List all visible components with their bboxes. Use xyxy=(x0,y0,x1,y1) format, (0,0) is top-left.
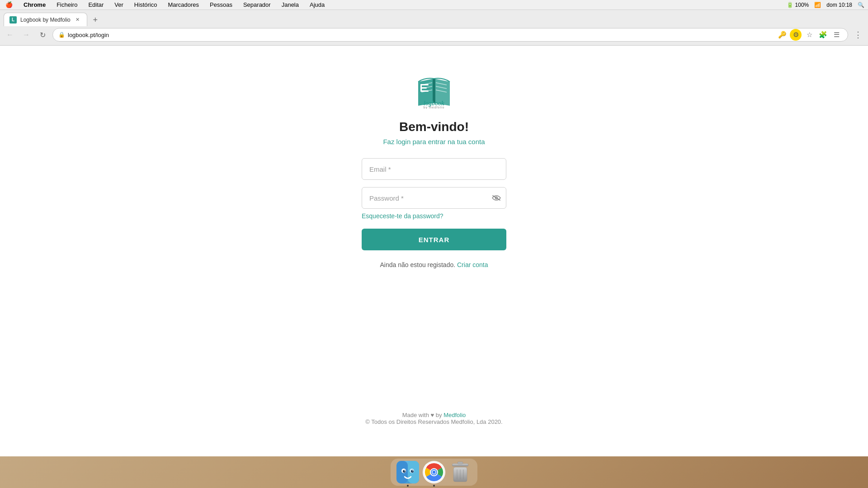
dock-chrome-dot xyxy=(433,485,435,487)
apple-menu[interactable]: 🍎 xyxy=(4,1,14,8)
address-bar-row: ← → ↻ 🔒 logbook.pt/login 🔑 ⚙ ☆ 🧩 ☰ ⋮ xyxy=(0,26,868,45)
menu-ver[interactable]: Ver xyxy=(113,1,125,8)
info-icon[interactable]: ⚙ xyxy=(790,29,802,41)
menubar-right: 🔋 100% 📶 dom 10:18 🔍 xyxy=(787,0,864,9)
svg-text:by medfolio: by medfolio xyxy=(424,106,445,109)
menubar: 🍎 Chrome Ficheiro Editar Ver Histórico M… xyxy=(0,0,868,10)
register-static-text: Ainda não estou registado. xyxy=(380,261,456,268)
email-input[interactable] xyxy=(362,158,506,180)
clock: dom 10:18 xyxy=(826,2,852,8)
svg-point-18 xyxy=(403,470,406,473)
footer-brand-link[interactable]: Medfolio xyxy=(443,412,466,418)
logo-container: logbook by medfolio xyxy=(407,73,461,111)
email-wrapper xyxy=(362,158,506,180)
url-text: logbook.pt/login xyxy=(68,32,774,38)
lock-icon: 🔒 xyxy=(58,32,65,38)
svg-point-19 xyxy=(404,470,405,471)
key-icon[interactable]: 🔑 xyxy=(776,29,788,41)
create-account-link[interactable]: Criar conta xyxy=(457,261,488,268)
page-footer: Made with ♥ by Medfolio © Todos os Direi… xyxy=(0,412,868,425)
new-tab-button[interactable]: + xyxy=(89,14,102,26)
menu-marcadores[interactable]: Marcadores xyxy=(166,1,201,8)
page-content: logbook by medfolio Bem-vindo! Faz login… xyxy=(0,46,868,457)
tab-favicon: L xyxy=(9,16,17,23)
tab-search-icon[interactable]: ☰ xyxy=(830,29,842,41)
forward-button[interactable]: → xyxy=(20,28,33,41)
password-toggle-button[interactable] xyxy=(492,195,501,201)
footer-copyright: © Todos os Direitos Reservados Medfolio,… xyxy=(0,418,868,425)
password-input[interactable] xyxy=(362,187,506,209)
browser-chrome: L Logbook by Medfolio ✕ + ← → ↻ 🔒 logboo… xyxy=(0,10,868,46)
menu-editar[interactable]: Editar xyxy=(86,1,105,8)
menu-historico[interactable]: Histórico xyxy=(132,1,159,8)
tab-bar: L Logbook by Medfolio ✕ + xyxy=(0,10,868,26)
menu-ficheiro[interactable]: Ficheiro xyxy=(55,1,79,8)
menu-ajuda[interactable]: Ajuda xyxy=(308,1,326,8)
dock-finder-dot xyxy=(407,485,409,487)
dock-trash[interactable] xyxy=(448,460,472,484)
svg-point-21 xyxy=(411,470,414,473)
password-wrapper xyxy=(362,187,506,209)
login-form: Esqueceste-te da password? ENTRAR Ainda … xyxy=(362,158,506,268)
svg-point-28 xyxy=(433,471,436,474)
reload-button[interactable]: ↻ xyxy=(36,28,49,41)
svg-rect-30 xyxy=(458,462,463,464)
dock-chrome[interactable] xyxy=(422,460,446,484)
dock xyxy=(0,456,868,488)
menubar-left: 🍎 Chrome Ficheiro Editar Ver Histórico M… xyxy=(4,1,326,8)
wifi-icon: 📶 xyxy=(814,2,821,8)
forgot-password-link[interactable]: Esqueceste-te da password? xyxy=(362,212,506,220)
active-tab[interactable]: L Logbook by Medfolio ✕ xyxy=(4,13,87,26)
dock-finder[interactable] xyxy=(396,460,420,484)
svg-rect-0 xyxy=(433,79,435,103)
register-section: Ainda não estou registado. Criar conta xyxy=(362,261,506,268)
welcome-subtitle: Faz login para entrar na tua conta xyxy=(383,138,485,145)
login-button[interactable]: ENTRAR xyxy=(362,229,506,250)
footer-made-with: Made with ♥ by Medfolio xyxy=(0,412,868,418)
svg-rect-10 xyxy=(420,84,422,92)
battery-status: 🔋 100% xyxy=(787,2,809,8)
menu-pessoas[interactable]: Pessoas xyxy=(208,1,234,8)
extensions-icon[interactable]: 🧩 xyxy=(817,29,829,41)
menu-icon[interactable]: ⋮ xyxy=(852,28,864,41)
tab-title: Logbook by Medfolio xyxy=(20,17,71,23)
dock-section xyxy=(391,459,477,486)
app-name[interactable]: Chrome xyxy=(22,1,47,8)
address-bar[interactable]: 🔒 logbook.pt/login 🔑 ⚙ ☆ 🧩 ☰ xyxy=(52,28,848,42)
welcome-title: Bem-vindo! xyxy=(399,120,469,134)
menu-separador[interactable]: Separador xyxy=(241,1,273,8)
star-icon[interactable]: ☆ xyxy=(803,29,815,41)
search-icon[interactable]: 🔍 xyxy=(858,2,864,8)
tab-close-button[interactable]: ✕ xyxy=(74,16,81,23)
logo: logbook by medfolio xyxy=(407,73,461,109)
address-bar-actions: 🔑 ⚙ ☆ 🧩 ☰ xyxy=(776,29,842,41)
menu-janela[interactable]: Janela xyxy=(280,1,301,8)
svg-point-22 xyxy=(412,470,413,471)
back-button[interactable]: ← xyxy=(4,28,16,41)
